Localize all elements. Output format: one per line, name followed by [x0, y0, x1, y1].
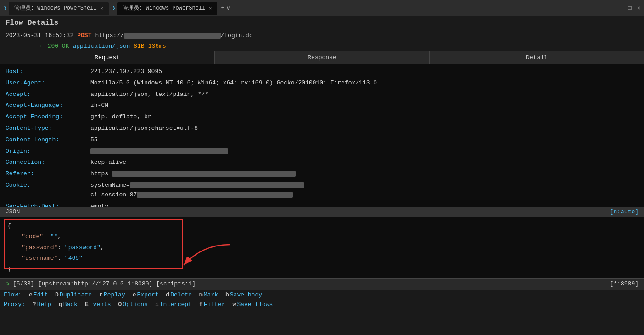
toolbar-save-flows[interactable]: w Save flows [233, 301, 273, 308]
tab-1[interactable]: 管理员: Windows PowerShell ✕ [9, 2, 109, 15]
json-username-value: "465" [65, 255, 83, 262]
json-password-value: "password" [65, 244, 101, 251]
title-bar: ❯ 管理员: Windows PowerShell ✕ ❯ 管理员: Windo… [0, 0, 644, 16]
toolbar-options[interactable]: O Options [118, 301, 148, 308]
toolbar-back[interactable]: q Back [59, 301, 78, 308]
header-accept: Accept: application/json, text/plain, */… [0, 89, 644, 100]
toolbar-events[interactable]: E Events [85, 301, 111, 308]
toolbar-row-1: Flow: e Edit D Duplicate r Replay e Expo… [0, 290, 644, 300]
add-tab-button[interactable]: + [221, 5, 224, 11]
flow-details-header: Flow Details [0, 16, 644, 30]
status-line: ← 200 OK application/json 81B 136ms [0, 41, 644, 51]
tab-detail[interactable]: Detail [430, 51, 644, 64]
url: https:// /login.do [95, 32, 252, 39]
header-ref-key: Referer: [6, 169, 90, 179]
header-host-key: Host: [6, 67, 90, 77]
tab-1-close[interactable]: ✕ [101, 6, 103, 11]
json-line-close: } [7, 264, 637, 274]
toolbar-mark[interactable]: m Mark [199, 291, 218, 298]
timestamp: 2023-05-31 16:53:32 [6, 32, 73, 39]
toolbar-intercept[interactable]: i Intercept [155, 301, 192, 308]
header-al-key: Accept-Language: [6, 101, 90, 111]
response-size: 81B [134, 43, 144, 50]
header-ua-value: Mozilla/5.0 (Windows NT 10.0; Win64; x64… [90, 78, 377, 88]
json-line-open: { [7, 221, 637, 231]
header-referer: Referer: https [0, 168, 644, 180]
tab-icon-1: ❯ [4, 5, 7, 11]
port-info: [*:8989] [610, 280, 638, 287]
header-host: Host: 221.237.107.223:9095 [0, 66, 644, 78]
tab-request[interactable]: Request [0, 51, 215, 64]
json-password-key: "password" [22, 244, 57, 251]
header-cl-key: Content-Length: [6, 135, 90, 145]
toolbar-delete[interactable]: d Delete [166, 291, 192, 298]
proxy-label: Proxy: [4, 301, 25, 308]
flow-details-title: Flow Details [6, 19, 58, 27]
url-end: /login.do [221, 32, 253, 39]
window-controls: — □ ✕ [619, 5, 640, 11]
header-ref-value: https [90, 169, 296, 179]
json-line-username: "username": "465" [7, 253, 637, 263]
origin-blurred [90, 148, 228, 154]
referer-blurred [112, 171, 296, 177]
status-ok: 200 OK [48, 43, 69, 50]
header-sfd-key: Sec-Fetch-Dest: [6, 202, 90, 207]
json-username-key: "username" [22, 255, 57, 262]
header-content-length: Content-Length: 55 [0, 134, 644, 146]
toolbar-save-body[interactable]: b Save body [225, 291, 262, 298]
json-header: JSON [n:auto] [0, 207, 644, 217]
header-origin-key: Origin: [6, 147, 90, 156]
tab-response[interactable]: Response [215, 51, 430, 64]
toolbar-edit[interactable]: e Edit [29, 291, 48, 298]
json-body: { "code": "", "password": "password", "u… [0, 217, 644, 278]
header-accept-key: Accept: [6, 90, 90, 100]
flow-count: [5/33] [13, 280, 34, 287]
bottom-toolbar: Flow: e Edit D Duplicate r Replay e Expo… [0, 290, 644, 309]
header-user-agent: User-Agent: Mozilla/5.0 (Windows NT 10.0… [0, 78, 644, 89]
header-accept-value: application/json, text/plain, */* [90, 90, 208, 100]
cookie-blurred-1 [130, 182, 304, 188]
header-cl-value: 55 [90, 135, 98, 145]
toolbar-filter[interactable]: f Filter [199, 301, 225, 308]
header-connection: Connection: keep-alive [0, 157, 644, 168]
maximize-button[interactable]: □ [628, 5, 632, 11]
json-section: JSON [n:auto] { "code": "", "password": … [0, 207, 644, 278]
header-sec-fetch-dest: Sec-Fetch-Dest: empty [0, 201, 644, 207]
toolbar-export[interactable]: e Export [133, 291, 159, 298]
url-blurred [124, 33, 221, 39]
status-indicator: ⊙ [6, 280, 9, 288]
json-format: [n:auto] [610, 208, 638, 215]
header-conn-key: Connection: [6, 158, 90, 168]
content-type: application/json [73, 43, 130, 50]
toolbar-replay[interactable]: r Replay [99, 291, 125, 298]
method: POST [77, 32, 91, 39]
header-ct-key: Content-Type: [6, 124, 90, 134]
upstream-info: [upstream:http://127.0.0.1:8080] [38, 280, 153, 287]
json-line-code: "code": "", [7, 231, 637, 242]
response-duration: 136ms [148, 43, 166, 50]
dropdown-button[interactable]: ∨ [226, 5, 230, 12]
header-ct-value: application/json;charset=utf-8 [90, 124, 198, 134]
toolbar-help[interactable]: ? Help [33, 301, 51, 308]
tabs-bar: Request Response Detail [0, 51, 644, 64]
tab-2[interactable]: 管理员: Windows PowerShell ✕ [117, 2, 217, 15]
header-ae-value: gzip, deflate, br [90, 112, 151, 122]
header-accept-encoding: Accept-Encoding: gzip, deflate, br [0, 112, 644, 123]
tab-2-close[interactable]: ✕ [209, 6, 212, 11]
header-origin-value [90, 147, 228, 156]
header-cookie: Cookie: systemName= ci_session=87 [0, 180, 644, 201]
header-origin: Origin: [0, 146, 644, 157]
flow-label: Flow: [4, 291, 22, 298]
toolbar-proxy-label: Proxy: [4, 301, 25, 308]
tab-icon-2: ❯ [112, 5, 116, 11]
json-line-password: "password": "password", [7, 242, 637, 253]
toolbar-duplicate[interactable]: D Duplicate [55, 291, 92, 298]
header-cookie-value: systemName= ci_session=87 [90, 181, 304, 200]
tab-1-label: 管理员: Windows PowerShell [14, 4, 97, 12]
header-al-value: zh-CN [90, 101, 108, 111]
request-headers-area: Host: 221.237.107.223:9095 User-Agent: M… [0, 64, 644, 207]
header-content-type: Content-Type: application/json;charset=u… [0, 123, 644, 134]
minimize-button[interactable]: — [619, 5, 622, 11]
close-button[interactable]: ✕ [637, 5, 640, 11]
status-arrow: ← [40, 43, 44, 50]
